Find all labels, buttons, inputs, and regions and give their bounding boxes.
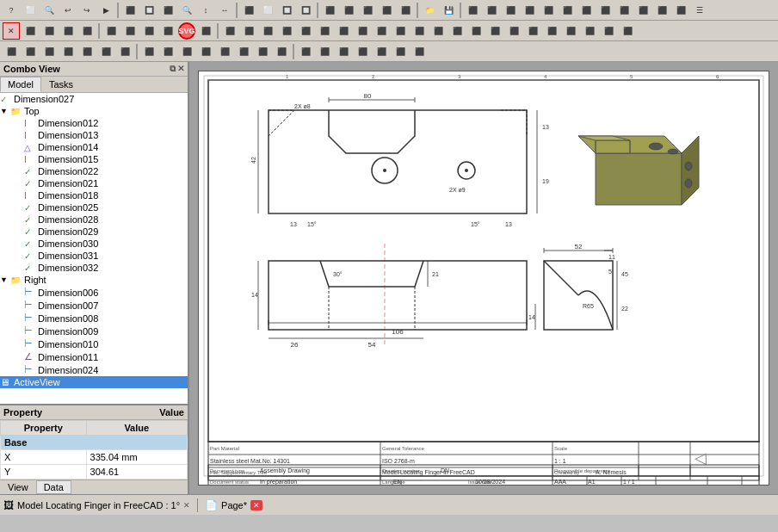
tree-item-dim008[interactable]: ⊢ Dimension008 xyxy=(0,312,188,325)
tree-item-dim022[interactable]: ✓ Dimension022 xyxy=(0,165,188,177)
tb2-btn-4[interactable]: ⬛ xyxy=(59,22,77,40)
tb-btn-10[interactable]: ↕ xyxy=(197,2,214,19)
tb3-btn-3[interactable]: ⬛ xyxy=(40,43,58,60)
tb-btn-29[interactable]: ⬛ xyxy=(577,2,595,19)
prop-x-value[interactable]: 335.04 mm xyxy=(86,450,187,465)
tb3-btn-4[interactable]: ⬛ xyxy=(59,43,77,60)
tree-item-dim018[interactable]: I Dimension018 xyxy=(0,189,188,201)
tb2-btn-2[interactable]: ⬛ xyxy=(22,22,39,40)
tb3-btn-6[interactable]: ⬛ xyxy=(97,43,114,60)
tb2-btn-25[interactable]: ⬛ xyxy=(467,22,485,40)
tb3-btn-15[interactable]: ⬛ xyxy=(273,43,290,60)
tb-btn-18[interactable]: ⬛ xyxy=(359,2,376,19)
tree-item-dim027[interactable]: ✓ Dimension027 xyxy=(0,93,188,105)
tab-data[interactable]: Data xyxy=(36,480,71,494)
tb-btn-21[interactable]: 📁 xyxy=(421,2,438,19)
tb3-btn-20[interactable]: ⬛ xyxy=(373,43,390,60)
tb-btn-7[interactable]: 🔲 xyxy=(140,2,157,19)
tb2-btn-27[interactable]: ⬛ xyxy=(505,22,522,40)
tb2-btn-3[interactable]: ⬛ xyxy=(40,22,58,40)
tb3-btn-14[interactable]: ⬛ xyxy=(254,43,271,60)
tb2-btn-32[interactable]: ⬛ xyxy=(600,22,617,40)
tb3-btn-5[interactable]: ⬛ xyxy=(78,43,96,60)
tb-btn-2[interactable]: 🔍 xyxy=(40,2,58,19)
tb-btn-3[interactable]: ↩ xyxy=(59,2,77,19)
tb-btn-1[interactable]: ⬜ xyxy=(22,2,39,19)
tb2-btn-26[interactable]: ⬛ xyxy=(486,22,503,40)
tb2-btn-19[interactable]: ⬛ xyxy=(354,22,371,40)
tb-btn-14[interactable]: 🔲 xyxy=(278,2,295,19)
tree-item-dim015[interactable]: I Dimension015 xyxy=(0,153,188,165)
prop-y-value[interactable]: 304.61 xyxy=(86,465,187,479)
tb-btn-27[interactable]: ⬛ xyxy=(540,2,557,19)
tb2-btn-23[interactable]: ⬛ xyxy=(429,22,447,40)
tb2-btn-11[interactable]: ⬛ xyxy=(197,22,214,40)
tb2-btn-21[interactable]: ⬛ xyxy=(392,22,409,40)
tb3-btn-13[interactable]: ⬛ xyxy=(235,43,252,60)
tree-item-dim028[interactable]: ✓ Dimension028 xyxy=(0,213,188,226)
tb3-btn-7[interactable]: ⬛ xyxy=(116,43,133,60)
tree-item-dim007[interactable]: ⊢ Dimension007 xyxy=(0,299,188,312)
panel-float-icon[interactable]: ⧉ xyxy=(170,64,176,74)
toggle-icon[interactable]: ▼ xyxy=(0,107,10,115)
tb2-btn-9[interactable]: ⬛ xyxy=(159,22,176,40)
tree-item-dim013[interactable]: I Dimension013 xyxy=(0,129,188,141)
tb3-btn-16[interactable]: ⬛ xyxy=(297,43,314,60)
tb3-btn-18[interactable]: ⬛ xyxy=(335,43,352,60)
tree-item-dim029[interactable]: ✓ Dimension029 xyxy=(0,226,188,238)
tb2-btn-13[interactable]: ⬛ xyxy=(240,22,257,40)
tb3-btn-11[interactable]: ⬛ xyxy=(197,43,214,60)
tb3-btn-9[interactable]: ⬛ xyxy=(159,43,176,60)
canvas-area[interactable]: 1 2 3 4 5 6 xyxy=(189,62,778,494)
tree-item-dim024[interactable]: ⊢ Dimension024 xyxy=(0,363,188,376)
tab-view[interactable]: View xyxy=(0,480,36,494)
tb2-btn-17[interactable]: ⬛ xyxy=(316,22,333,40)
tb3-btn-10[interactable]: ⬛ xyxy=(178,43,195,60)
tree-item-right[interactable]: ▼ 📁 Right xyxy=(0,274,188,286)
window-close[interactable]: ✕ xyxy=(183,501,190,510)
tb2-btn-16[interactable]: ⬛ xyxy=(297,22,314,40)
tb-btn-22[interactable]: 💾 xyxy=(440,2,457,19)
tb2-btn-24[interactable]: ⬛ xyxy=(448,22,466,40)
tree-item-dim030[interactable]: ✓ Dimension030 xyxy=(0,238,188,250)
tb-btn-13[interactable]: ⬜ xyxy=(259,2,276,19)
tb2-btn-15[interactable]: ⬛ xyxy=(278,22,295,40)
tree-item-dim011[interactable]: ∠ Dimension011 xyxy=(0,350,188,363)
tb2-btn-33[interactable]: ⬛ xyxy=(619,22,636,40)
tb2-btn-10[interactable]: SVG xyxy=(178,22,195,40)
tb2-btn-22[interactable]: ⬛ xyxy=(411,22,428,40)
help-btn[interactable]: ? xyxy=(3,2,20,19)
tree-item-dim025[interactable]: ✓ Dimension025 xyxy=(0,201,188,213)
tb2-btn-5[interactable]: ⬛ xyxy=(78,22,96,40)
tb-btn-20[interactable]: ⬛ xyxy=(397,2,414,19)
tb-btn-9[interactable]: 🔍 xyxy=(178,2,195,19)
tb-btn-30[interactable]: ⬛ xyxy=(596,2,614,19)
tb-btn-11[interactable]: ↔ xyxy=(216,2,233,19)
tb2-btn-7[interactable]: ⬛ xyxy=(121,22,139,40)
tb3-btn-12[interactable]: ⬛ xyxy=(216,43,233,60)
tb-btn-26[interactable]: ⬛ xyxy=(521,2,538,19)
tree-item-top[interactable]: ▼ 📁 Top xyxy=(0,105,188,117)
tree-item-dim014[interactable]: △ Dimension014 xyxy=(0,141,188,153)
tb2-btn-12[interactable]: ⬛ xyxy=(221,22,238,40)
tab-tasks[interactable]: Tasks xyxy=(41,77,81,92)
tb3-btn-22[interactable]: ⬛ xyxy=(411,43,428,60)
tb-btn-28[interactable]: ⬛ xyxy=(559,2,576,19)
tb2-btn-8[interactable]: ⬛ xyxy=(140,22,157,40)
tb-btn-16[interactable]: ⬛ xyxy=(321,2,338,19)
tb3-btn-19[interactable]: ⬛ xyxy=(354,43,371,60)
tb-btn-25[interactable]: ⬛ xyxy=(502,2,519,19)
tb2-btn-31[interactable]: ⬛ xyxy=(581,22,598,40)
tb-btn-15[interactable]: 🔲 xyxy=(297,2,314,19)
tree-item-dim009[interactable]: ⊢ Dimension009 xyxy=(0,325,188,337)
tb-btn-4[interactable]: ↪ xyxy=(78,2,96,19)
tb-btn-19[interactable]: ⬛ xyxy=(378,2,395,19)
tb2-btn-6[interactable]: ⬛ xyxy=(102,22,120,40)
tb2-btn-1[interactable]: ✕ xyxy=(3,22,20,40)
tree-item-dim021[interactable]: ✓ Dimension021 xyxy=(0,177,188,189)
tb-btn-35[interactable]: ☰ xyxy=(691,2,708,19)
tree-item-dim032[interactable]: ✓ Dimension032 xyxy=(0,262,188,274)
tree-item-dim012[interactable]: I Dimension012 xyxy=(0,117,188,129)
toggle-icon[interactable]: ▼ xyxy=(0,275,10,284)
tb3-btn-8[interactable]: ⬛ xyxy=(140,43,157,60)
